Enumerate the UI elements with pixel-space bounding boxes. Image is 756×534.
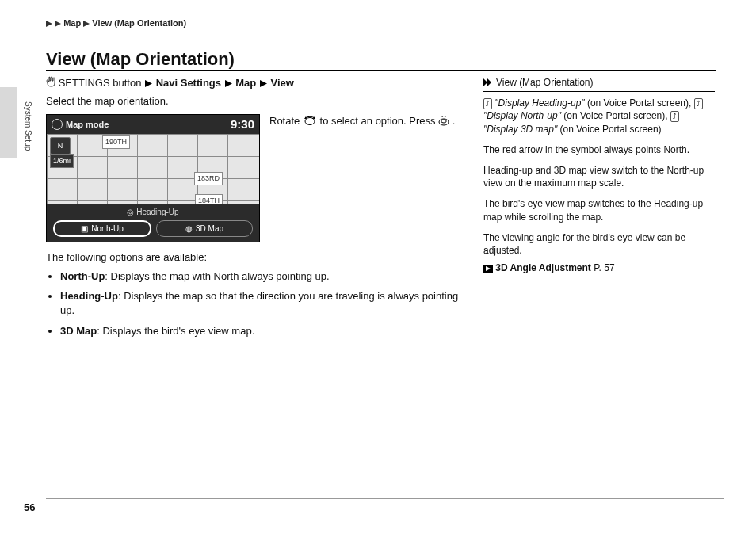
divider — [46, 32, 724, 32]
option-desc: : Displays the map with North always poi… — [105, 270, 329, 282]
page-title: View (Map Orientation) — [46, 48, 235, 71]
menu-path: SETTINGS button Navi Settings Map View — [46, 76, 466, 91]
voice-context: (on Voice Portal screen) — [557, 124, 661, 135]
map-scale: 1/6mi — [50, 154, 74, 167]
option-name: North-Up — [60, 270, 105, 282]
caption-text: Rotate — [269, 115, 303, 127]
page-number: 56 — [24, 501, 35, 515]
nav-settings-button-label: SETTINGS button — [59, 77, 142, 89]
breadcrumb-seg-1: Map — [63, 18, 81, 28]
intro-text: Select the map orientation. — [46, 94, 466, 109]
nav-step-3: View — [271, 77, 294, 89]
aside-paragraph: The red arrow in the symbol always point… — [483, 143, 715, 156]
breadcrumb: Map View (Map Orientation) — [46, 17, 186, 29]
option-desc: : Displays the bird's eye view map. — [97, 325, 254, 337]
gear-icon — [52, 119, 63, 130]
breadcrumb-seg-2: View (Map Orientation) — [92, 18, 186, 28]
caption-text: to select an option. Press — [320, 115, 439, 127]
svg-marker-1 — [55, 21, 61, 27]
nav-option-label: 3D Map — [196, 223, 223, 235]
chevron-right-icon — [46, 21, 52, 27]
link-arrow-icon — [483, 262, 495, 273]
caption-text: . — [452, 115, 456, 127]
voice-phrase: "Display Heading-up" — [494, 97, 584, 109]
chevron-right-icon — [55, 21, 61, 27]
nav-clock: 9:30 — [231, 116, 254, 132]
options-intro: The following options are available: — [46, 250, 466, 265]
double-chevron-icon — [483, 78, 493, 86]
chevron-right-icon — [225, 77, 232, 91]
xref-label: 3D Angle Adjustment — [495, 262, 590, 273]
voice-phrase: "Display North-up" — [483, 110, 561, 121]
divider — [46, 498, 724, 499]
option-name: 3D Map — [60, 325, 97, 337]
nav-option-label: North-Up — [91, 223, 124, 235]
nav-option-3d-map[interactable]: ◍ 3D Map — [156, 220, 253, 238]
voice-context: (on Voice Portal screen), — [585, 97, 694, 109]
section-tab — [0, 87, 17, 158]
section-tab-label: System Setup — [22, 101, 33, 151]
aside-paragraph: Heading-up and 3D map view switch to the… — [483, 164, 715, 189]
voice-command-icon: ⤴ — [670, 111, 679, 122]
list-item: North-Up: Displays the map with North al… — [60, 269, 466, 284]
chevron-right-icon — [83, 21, 90, 27]
enter-button-icon — [438, 115, 449, 130]
voice-context: (on Voice Portal screen), — [561, 110, 670, 121]
nav-screenshot: Map mode 9:30 N 1/6mi 190TH 183RD 184TH … — [46, 114, 260, 242]
cross-reference: 3D Angle Adjustment P. 57 — [483, 261, 715, 274]
xref-page: P. 57 — [594, 262, 614, 273]
svg-marker-0 — [46, 21, 52, 27]
chevron-right-icon — [260, 77, 267, 91]
nav-option-north-up[interactable]: ▣ North-Up — [53, 220, 151, 238]
cube-icon: ◍ — [185, 223, 193, 235]
options-list: North-Up: Displays the map with North al… — [48, 269, 466, 338]
svg-marker-12 — [487, 78, 491, 86]
compass-icon: N — [50, 137, 71, 154]
list-item: 3D Map: Displays the bird's eye view map… — [60, 324, 466, 338]
nav-step-1: Navi Settings — [156, 77, 221, 89]
voice-commands: ⤴ "Display Heading-up" (on Voice Portal … — [483, 97, 715, 135]
svg-marker-11 — [483, 78, 487, 86]
chevron-right-icon — [145, 77, 152, 91]
svg-marker-4 — [225, 80, 232, 87]
street-label: 190TH — [102, 135, 130, 148]
nav-screen-title: Map mode — [66, 119, 109, 131]
rotary-dial-icon — [303, 115, 317, 130]
divider — [46, 70, 716, 71]
target-icon: ◎ — [127, 208, 134, 216]
voice-command-icon: ⤴ — [694, 98, 703, 109]
nav-menu-title: Heading-Up — [136, 208, 178, 216]
voice-phrase: "Display 3D map" — [483, 124, 557, 135]
aside-title: View (Map Orientation) — [496, 76, 594, 89]
hand-icon — [46, 78, 59, 90]
list-item: Heading-Up: Displays the map so that the… — [60, 289, 466, 317]
nav-step-2: Map — [235, 77, 256, 89]
aside-paragraph: The viewing angle for the bird's eye vie… — [483, 231, 715, 257]
street-label: 183RD — [194, 172, 223, 185]
aside-header: View (Map Orientation) — [483, 76, 715, 92]
voice-command-icon: ⤴ — [483, 98, 492, 109]
option-name: Heading-Up — [60, 290, 118, 302]
compass-n-icon: ▣ — [81, 223, 88, 235]
figure-caption: Rotate to select an option. Press . — [269, 114, 466, 129]
svg-marker-3 — [145, 80, 152, 87]
svg-point-10 — [441, 120, 446, 123]
option-desc: : Displays the map so that the direction… — [60, 290, 458, 316]
svg-marker-5 — [260, 80, 267, 87]
aside-paragraph: The bird's eye view map switches to the … — [483, 197, 715, 223]
svg-marker-2 — [83, 21, 90, 27]
